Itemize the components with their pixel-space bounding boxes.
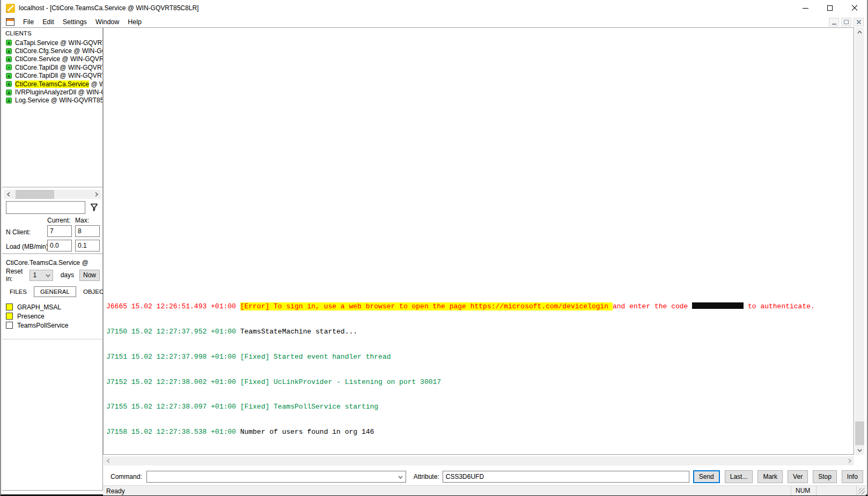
resize-grip[interactable] bbox=[858, 488, 865, 494]
minimize-icon bbox=[803, 8, 808, 9]
info-button[interactable]: Info bbox=[842, 470, 863, 483]
client-item-cticore-service[interactable]: CtiCore.Service @ WIN-GQVRT85C8LR bbox=[2, 55, 102, 63]
reset-days-select[interactable]: 1 bbox=[30, 270, 53, 281]
client-name: IVRPluginAnalyzerDll bbox=[15, 88, 76, 96]
maximize-icon bbox=[827, 5, 833, 11]
client-name: CtiCore.TapiDll bbox=[15, 72, 58, 79]
client-item-catapi[interactable]: CaTapi.Service @ WIN-GQVRT85C8LR bbox=[2, 39, 102, 47]
log-vertical-scrollbar[interactable] bbox=[855, 27, 864, 455]
expand-plus-icon[interactable] bbox=[6, 81, 12, 87]
expand-minus-icon[interactable] bbox=[6, 64, 12, 70]
clients-header: CLIENTS bbox=[5, 30, 32, 36]
close-button[interactable] bbox=[842, 0, 867, 16]
mdi-close-button[interactable] bbox=[854, 18, 864, 26]
n-client-label: N Client: bbox=[6, 228, 31, 236]
highlighted-error-text: [Error] To sign in, use a web browser to… bbox=[240, 302, 613, 310]
checkbox-checked-icon[interactable] bbox=[6, 313, 13, 320]
stats-section: Current: Max: N Client: Load (MB/min): bbox=[2, 217, 102, 254]
n-client-max-field[interactable] bbox=[75, 225, 100, 237]
scrollbar-thumb[interactable] bbox=[16, 190, 54, 199]
mdi-minimize-icon bbox=[832, 24, 836, 25]
expand-plus-icon[interactable] bbox=[6, 73, 12, 79]
command-label: Command: bbox=[111, 473, 142, 480]
mdi-minimize-button[interactable] bbox=[829, 18, 839, 26]
client-item-tapidll-1[interactable]: CtiCore.TapiDll @ WIN-GQVRT85C8LR bbox=[2, 63, 102, 71]
close-icon bbox=[851, 5, 858, 11]
channel-graph-msal[interactable]: GRAPH_MSAL bbox=[6, 302, 68, 312]
clients-panel: CLIENTS CaTapi.Service @ WIN-GQVRT85C8LR… bbox=[2, 27, 103, 491]
filter-input[interactable] bbox=[6, 201, 85, 214]
scroll-right-icon[interactable] bbox=[845, 456, 854, 465]
load-current-field[interactable] bbox=[47, 240, 72, 251]
menu-file[interactable]: File bbox=[19, 17, 38, 27]
menu-edit[interactable]: Edit bbox=[38, 17, 58, 27]
client-name: CtiCore.Service bbox=[15, 55, 60, 63]
selected-service-label: CtiCore.TeamsCa.Service @ bbox=[6, 259, 89, 266]
client-name: CaTapi.Service bbox=[15, 39, 58, 47]
current-column-header: Current: bbox=[47, 217, 70, 224]
client-host: @ WIN-GQVRT85C8LR bbox=[58, 64, 102, 71]
client-item-tapidll-2[interactable]: CtiCore.TapiDll @ WIN-GQVRT85C8LR bbox=[2, 72, 102, 80]
menu-bar: File Edit Settings Window Help bbox=[1, 16, 867, 27]
mark-button[interactable]: Mark bbox=[757, 470, 783, 483]
command-combobox[interactable] bbox=[146, 471, 406, 483]
client-host: @ WIN-GQVRT85C8LR bbox=[58, 72, 102, 79]
client-name: CtiCore.Cfg.Service bbox=[15, 47, 72, 55]
reset-in-label: Reset in: bbox=[6, 268, 25, 283]
maximize-button[interactable] bbox=[818, 0, 842, 16]
n-client-current-field[interactable] bbox=[47, 225, 72, 237]
menu-settings[interactable]: Settings bbox=[58, 17, 91, 27]
scroll-down-icon[interactable] bbox=[855, 446, 864, 455]
scroll-up-icon[interactable] bbox=[855, 27, 864, 36]
clients-tree: CaTapi.Service @ WIN-GQVRT85C8LR CtiCore… bbox=[2, 39, 102, 187]
filter-funnel-icon bbox=[90, 203, 98, 212]
tree-horizontal-scrollbar[interactable] bbox=[4, 190, 101, 199]
log-line: J7150 15.02 12:27:37.952 +01:00 TeamsSta… bbox=[106, 328, 854, 336]
client-item-cfg-service[interactable]: CtiCore.Cfg.Service @ WIN-GQVRT85C8LR bbox=[2, 47, 102, 55]
channel-teamspollservice[interactable]: TeamsPollService bbox=[6, 321, 68, 330]
expand-plus-icon[interactable] bbox=[6, 40, 12, 46]
command-bar: Command: Attribute: Send Last... Mark Ve… bbox=[103, 468, 866, 485]
document-window-icon[interactable] bbox=[6, 18, 14, 26]
load-max-field[interactable] bbox=[75, 240, 100, 251]
mdi-restore-button[interactable] bbox=[841, 18, 851, 26]
last-button[interactable]: Last... bbox=[725, 470, 753, 483]
tab-files[interactable]: FILES bbox=[6, 287, 31, 297]
minimize-button[interactable] bbox=[793, 0, 818, 16]
expand-plus-icon[interactable] bbox=[6, 56, 12, 62]
checkbox-checked-icon[interactable] bbox=[6, 303, 13, 310]
sidebar-tabs: FILES GENERAL OBJECT bbox=[6, 286, 111, 298]
tab-general[interactable]: GENERAL bbox=[34, 286, 76, 297]
scroll-left-icon[interactable] bbox=[4, 190, 13, 199]
client-item-ivrplugin[interactable]: IVRPluginAnalyzerDll @ WIN-GQVRT85C8LR bbox=[2, 88, 102, 96]
client-item-teamsca-service-selected[interactable]: CtiCore.TeamsCa.Service @ WIN-GQVRT85C8L… bbox=[2, 80, 102, 88]
expand-plus-icon[interactable] bbox=[6, 90, 12, 95]
log-line: J7158 15.02 12:27:38.538 +01:00 Number o… bbox=[106, 428, 854, 436]
days-unit-label: days bbox=[61, 271, 74, 279]
status-bar: Ready NUM bbox=[103, 485, 866, 495]
stop-button[interactable]: Stop bbox=[813, 470, 837, 483]
reset-now-button[interactable]: Now bbox=[79, 270, 100, 281]
chevron-down-icon bbox=[46, 273, 50, 278]
client-host: @ WIN-GQVRT85C8LR bbox=[76, 88, 102, 96]
log-line: J7151 15.02 12:27:37.998 +01:00 [Fixed] … bbox=[106, 353, 854, 361]
checkbox-unchecked-icon[interactable] bbox=[6, 322, 13, 329]
expand-plus-icon[interactable] bbox=[6, 48, 12, 54]
chevron-down-icon bbox=[398, 475, 403, 479]
log-line: J7152 15.02 12:27:38.002 +01:00 [Fixed] … bbox=[106, 378, 854, 387]
ver-button[interactable]: Ver bbox=[788, 470, 808, 483]
expand-plus-icon[interactable] bbox=[6, 98, 12, 103]
menu-window[interactable]: Window bbox=[91, 17, 123, 27]
client-item-log-service[interactable]: Log.Service @ WIN-GQVRT85C8LR bbox=[2, 97, 102, 105]
log-horizontal-scrollbar[interactable] bbox=[104, 456, 854, 465]
scroll-left-icon[interactable] bbox=[104, 456, 113, 465]
channel-presence[interactable]: Presence bbox=[6, 312, 68, 321]
attribute-input[interactable] bbox=[443, 471, 689, 483]
send-button[interactable]: Send bbox=[693, 470, 720, 483]
client-host: @ WIN-GQVRT85C8LR bbox=[72, 47, 102, 55]
filter-button[interactable] bbox=[90, 202, 99, 213]
client-host: @ WIN-GQVRT85C8LR bbox=[58, 39, 102, 47]
menu-help[interactable]: Help bbox=[123, 17, 146, 27]
scroll-right-icon[interactable] bbox=[92, 190, 101, 199]
scrollbar-thumb[interactable] bbox=[855, 421, 864, 445]
